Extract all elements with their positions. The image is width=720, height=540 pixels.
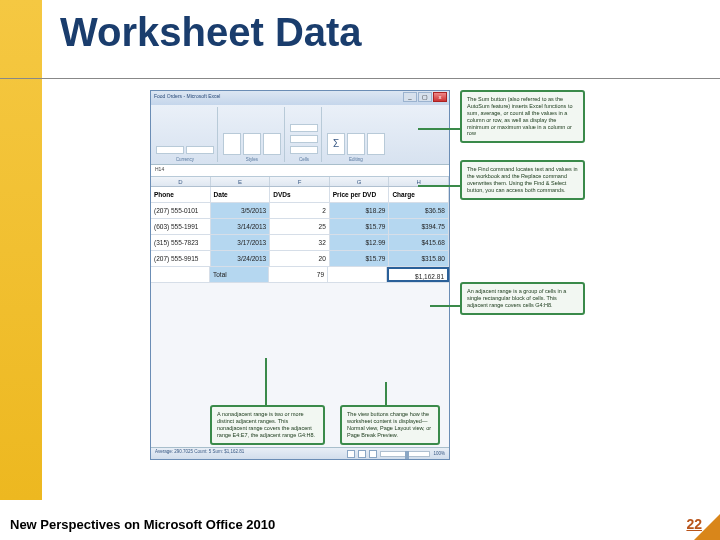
- ribbon-group-editing-label: Editing: [349, 157, 363, 162]
- cell[interactable]: 32: [270, 235, 330, 250]
- table-row: (315) 555-7823 3/17/2013 32 $12.99 $415.…: [151, 235, 449, 251]
- ribbon: Currency Styles Cells: [151, 105, 449, 165]
- find-select-button[interactable]: [367, 133, 385, 155]
- cell[interactable]: $36.58: [389, 203, 449, 218]
- callout-arrow: [430, 305, 460, 307]
- callout-arrow: [265, 358, 267, 405]
- ribbon-group-cells-label: Cells: [299, 157, 309, 162]
- cell[interactable]: $394.75: [389, 219, 449, 234]
- cell[interactable]: (603) 555-1991: [151, 219, 211, 234]
- active-cell[interactable]: $1,162.81: [387, 267, 449, 282]
- cell[interactable]: 3/5/2013: [211, 203, 271, 218]
- corner-accent: [694, 514, 720, 540]
- cell[interactable]: Phone: [151, 187, 211, 202]
- sort-filter-button[interactable]: [347, 133, 365, 155]
- title-zone: Worksheet Data: [60, 10, 700, 55]
- cell[interactable]: DVDs: [270, 187, 330, 202]
- table-row: (207) 555-0101 3/5/2013 2 $18.29 $36.58: [151, 203, 449, 219]
- cell[interactable]: $315.80: [389, 251, 449, 266]
- zoom-slider[interactable]: [380, 451, 430, 457]
- cell[interactable]: Price per DVD: [330, 187, 390, 202]
- status-bar-stats: Average: 290.7025 Count: 5 Sum: $1,162.8…: [155, 449, 244, 458]
- cell[interactable]: (207) 555-0101: [151, 203, 211, 218]
- cell[interactable]: [328, 267, 387, 282]
- percent-button[interactable]: [186, 146, 214, 154]
- view-normal-button[interactable]: [347, 450, 355, 458]
- table-row: (603) 555-1991 3/14/2013 25 $15.79 $394.…: [151, 219, 449, 235]
- format-button[interactable]: [290, 146, 318, 154]
- slide-title: Worksheet Data: [60, 10, 700, 55]
- cell[interactable]: 3/24/2013: [211, 251, 271, 266]
- maximize-button[interactable]: ▢: [418, 92, 432, 102]
- cell[interactable]: (207) 555-9915: [151, 251, 211, 266]
- col-header[interactable]: G: [330, 177, 390, 186]
- window-title: Food Orders - Microsoft Excel: [154, 93, 220, 99]
- callout-find-replace: The Find command locates text and values…: [460, 160, 585, 200]
- col-header[interactable]: F: [270, 177, 330, 186]
- cell[interactable]: Date: [211, 187, 271, 202]
- view-page-layout-button[interactable]: [358, 450, 366, 458]
- cell[interactable]: 3/17/2013: [211, 235, 271, 250]
- callout-view-buttons: The view buttons change how the workshee…: [340, 405, 440, 445]
- conditional-formatting-button[interactable]: [223, 133, 241, 155]
- view-page-break-button[interactable]: [369, 450, 377, 458]
- table-row: (207) 555-9915 3/24/2013 20 $15.79 $315.…: [151, 251, 449, 267]
- name-box[interactable]: H14: [155, 166, 164, 172]
- cell[interactable]: Total: [210, 267, 269, 282]
- callout-autosum: The Sum button (also referred to as the …: [460, 90, 585, 143]
- cell[interactable]: $15.79: [330, 251, 390, 266]
- callout-nonadjacent-range: A nonadjacent range is two or more disti…: [210, 405, 325, 445]
- ribbon-group-number: Currency: [153, 107, 218, 162]
- cell[interactable]: 79: [269, 267, 328, 282]
- cell[interactable]: 25: [270, 219, 330, 234]
- cell[interactable]: 3/14/2013: [211, 219, 271, 234]
- insert-button[interactable]: [290, 124, 318, 132]
- col-header[interactable]: E: [211, 177, 271, 186]
- column-headers: D E F G H: [151, 177, 449, 187]
- title-rule: [0, 78, 720, 79]
- zoom-level: 100%: [433, 451, 445, 456]
- close-button[interactable]: x: [433, 92, 447, 102]
- status-bar: Average: 290.7025 Count: 5 Sum: $1,162.8…: [151, 447, 449, 459]
- ribbon-group-cells: Cells: [287, 107, 322, 162]
- callout-arrow: [385, 382, 387, 405]
- autosum-button[interactable]: Σ: [327, 133, 345, 155]
- callout-arrow: [418, 128, 460, 130]
- table-total-row: Total 79 $1,162.81: [151, 267, 449, 283]
- cell[interactable]: (315) 555-7823: [151, 235, 211, 250]
- cell[interactable]: $15.79: [330, 219, 390, 234]
- callout-arrow: [418, 185, 460, 187]
- cell[interactable]: Charge: [389, 187, 449, 202]
- cell-styles-button[interactable]: [263, 133, 281, 155]
- callout-adjacent-range: An adjacent range is a group of cells in…: [460, 282, 585, 315]
- col-header[interactable]: D: [151, 177, 211, 186]
- worksheet-grid[interactable]: Phone Date DVDs Price per DVD Charge (20…: [151, 187, 449, 283]
- slide-footer: New Perspectives on Microsoft Office 201…: [10, 517, 275, 532]
- gold-accent-bar: [0, 0, 42, 500]
- cell[interactable]: $415.68: [389, 235, 449, 250]
- cell[interactable]: [151, 267, 210, 282]
- minimize-button[interactable]: _: [403, 92, 417, 102]
- currency-dropdown[interactable]: [156, 146, 184, 154]
- window-titlebar: Food Orders - Microsoft Excel _ ▢ x: [151, 91, 449, 105]
- cell[interactable]: $18.29: [330, 203, 390, 218]
- cell[interactable]: 2: [270, 203, 330, 218]
- table-header-row: Phone Date DVDs Price per DVD Charge: [151, 187, 449, 203]
- slide: Worksheet Data Food Orders - Microsoft E…: [0, 0, 720, 540]
- window-buttons: _ ▢ x: [403, 92, 447, 102]
- formula-bar[interactable]: H14: [151, 165, 449, 177]
- ribbon-group-styles-label: Styles: [246, 157, 258, 162]
- ribbon-group-editing: Σ Editing: [324, 107, 388, 162]
- delete-button[interactable]: [290, 135, 318, 143]
- cell[interactable]: $12.99: [330, 235, 390, 250]
- format-as-table-button[interactable]: [243, 133, 261, 155]
- excel-figure: Food Orders - Microsoft Excel _ ▢ x Curr…: [150, 90, 590, 490]
- cell[interactable]: 20: [270, 251, 330, 266]
- ribbon-group-styles: Styles: [220, 107, 285, 162]
- ribbon-group-number-label: Currency: [176, 157, 194, 162]
